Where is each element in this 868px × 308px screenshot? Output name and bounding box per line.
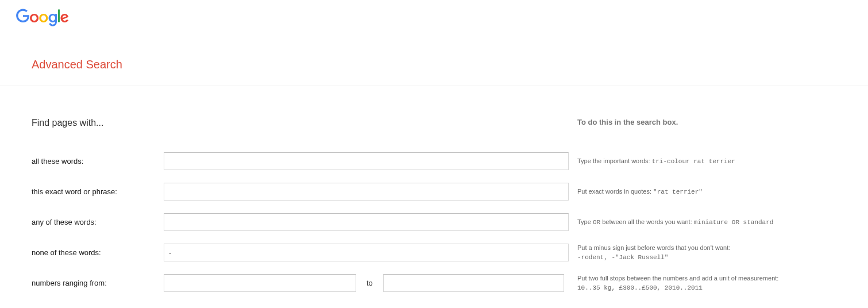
- google-logo[interactable]: [16, 9, 69, 29]
- exact-phrase-input[interactable]: [164, 183, 569, 201]
- none-words-label: none of these words:: [32, 248, 164, 257]
- numbers-to-input[interactable]: [383, 274, 564, 292]
- range-to-label: to: [356, 279, 383, 287]
- exact-phrase-hint: Put exact words in quotes: "rat terrier": [577, 187, 703, 197]
- numbers-from-input[interactable]: [164, 274, 356, 292]
- find-pages-header: Find pages with...: [32, 118, 577, 128]
- all-words-label: all these words:: [32, 157, 164, 165]
- any-words-hint: Type OR between all the words you want: …: [577, 217, 773, 228]
- all-words-hint: Type the important words: tri-colour rat…: [577, 156, 735, 167]
- none-words-hint: Put a minus sign just before words that …: [577, 243, 730, 263]
- any-words-input[interactable]: [164, 213, 569, 231]
- all-words-input[interactable]: [164, 152, 569, 170]
- numbers-range-hint: Put two full stops between the numbers a…: [577, 274, 778, 293]
- numbers-range-label: numbers ranging from:: [32, 279, 164, 287]
- none-words-input[interactable]: [164, 244, 569, 261]
- hints-header: To do this in the search box.: [577, 118, 678, 128]
- any-words-label: any of these words:: [32, 218, 164, 226]
- page-title: Advanced Search: [32, 58, 868, 71]
- exact-phrase-label: this exact word or phrase:: [32, 187, 164, 196]
